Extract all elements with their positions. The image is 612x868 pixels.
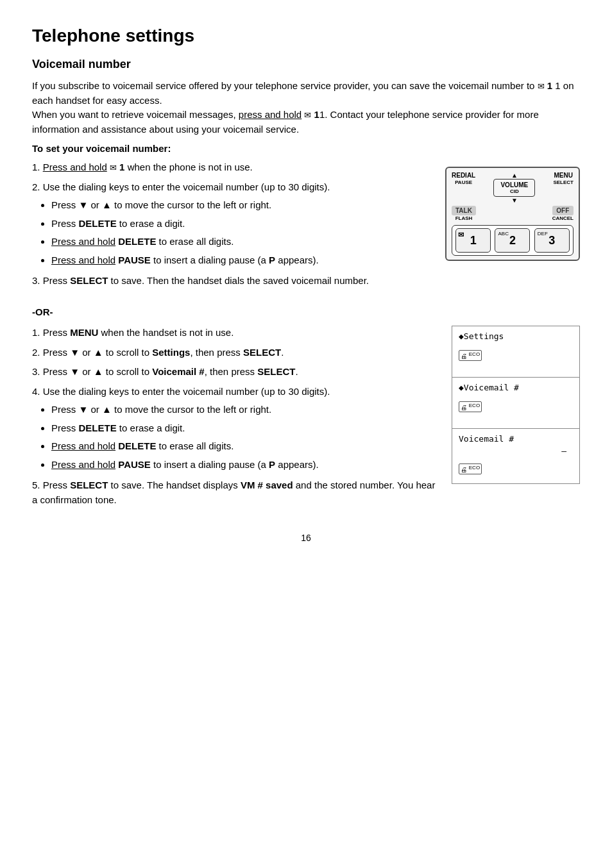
phone-keypad: ✉ 1 ABC 2 DEF 3 [452, 225, 574, 256]
key1-btn: ✉ 1 [455, 228, 491, 253]
step3-text: 3. Press SELECT to save. Then the handse… [32, 274, 432, 288]
phone-body: REDIAL PAUSE ▲ VOLUME CID ▼ MENU SELECT [445, 167, 580, 261]
step1-presshold: Press and hold [43, 162, 107, 172]
cid-label: CID [500, 188, 528, 194]
cancel-label: CANCEL [552, 215, 574, 221]
step2-3: 3. Press ▼ or ▲ to scroll to Voicemail #… [32, 365, 439, 380]
step3-pre: Press [43, 275, 71, 286]
bullet1-2: Press DELETE to erase a digit. [51, 217, 432, 231]
step1-bold: 1 [119, 162, 128, 172]
step2-2: 2. Press ▼ or ▲ to scroll to Settings, t… [32, 346, 439, 360]
part2-text: 1. Press MENU when the handset is not in… [32, 326, 439, 513]
redial-pause-btn: REDIAL PAUSE [452, 172, 475, 186]
mail-icon-inline2: ✉ [304, 110, 311, 120]
intro-bold1: 1 [547, 80, 556, 91]
step5-text: 5. Press SELECT to save. The handset dis… [32, 478, 439, 507]
redial-label: REDIAL [452, 172, 475, 179]
bullets-part2: Press ▼ or ▲ to move the cursor to the l… [32, 403, 439, 472]
screen2-eco-row: 🖨 ECO [459, 397, 573, 412]
part1-text: 1. Press and hold ✉ 1 when the phone is … [32, 160, 432, 295]
arrow-up: ▲ [511, 172, 518, 179]
step1: 1. Press and hold ✉ 1 when the phone is … [32, 160, 432, 175]
bullet1-1: Press ▼ or ▲ to move the cursor to the l… [51, 198, 432, 213]
screen-voicemail-menu: ◆Voicemail # 🖨 ECO [452, 378, 579, 429]
talk-flash-btn: TALK FLASH [452, 206, 476, 221]
intro-text1: If you subscribe to voicemail service of… [32, 80, 534, 91]
key3-btn: DEF 3 [534, 228, 570, 253]
screen1-arrow: ◆ [459, 331, 464, 341]
eco-icon-1: 🖨 ECO [459, 350, 482, 361]
off-cancel-btn: OFF CANCEL [552, 206, 574, 221]
menu-label: MENU [553, 172, 574, 179]
step2-text: Use the dialing keys to enter the voicem… [43, 181, 330, 192]
intro-text3: When you want to retrieve voicemail mess… [32, 109, 236, 120]
screen2-arrow: ◆ [459, 383, 464, 392]
pause-label: PAUSE [452, 179, 475, 186]
key1-num: 1 [470, 234, 477, 247]
bullet2-1: Press ▼ or ▲ to move the cursor to the l… [51, 403, 439, 417]
page-title: Telephone settings [32, 26, 580, 46]
step3-bold: SELECT [70, 275, 108, 286]
menu-select-btn: MENU SELECT [553, 172, 574, 186]
screen2-text: Voicemail # [464, 383, 519, 392]
screens-container: ◆Settings 🖨 ECO ◆Voicemail # 🖨 ECO Voice… [452, 326, 580, 484]
bullet2-3: Press and hold DELETE to erase all digit… [51, 439, 439, 454]
step1-mail: ✉ [110, 163, 117, 172]
eco-icon-2: 🖨 ECO [459, 401, 482, 412]
key3-num: 3 [548, 234, 555, 247]
step1-num: 1. [32, 162, 43, 172]
phone-top-row: REDIAL PAUSE ▲ VOLUME CID ▼ MENU SELECT [452, 172, 574, 204]
screen-settings: ◆Settings 🖨 ECO [452, 326, 579, 378]
screen1-line1: ◆Settings [459, 331, 573, 341]
phone-diagram: REDIAL PAUSE ▲ VOLUME CID ▼ MENU SELECT [445, 160, 580, 261]
key2-btn: ABC 2 [495, 228, 530, 253]
step3-num: 3. [32, 275, 43, 286]
set-voicemail-heading: To set your voicemail number: [32, 143, 580, 154]
off-label: OFF [552, 206, 574, 215]
intro-paragraph: If you subscribe to voicemail service of… [32, 79, 580, 137]
step2-num: 2. [32, 181, 43, 192]
section1-heading: Voicemail number [32, 58, 580, 71]
step1-text: when the phone is not in use. [128, 162, 253, 172]
flash-label: FLASH [452, 215, 476, 221]
screen3-line2: — [459, 446, 573, 456]
bullet1-3: Press and hold DELETE to erase all digit… [51, 235, 432, 249]
press-and-hold-inline: press and hold [239, 109, 302, 120]
step2-4: 4. Use the dialing keys to enter the voi… [32, 385, 439, 399]
arrow-down: ▼ [511, 197, 518, 204]
step2-1: 1. Press MENU when the handset is not in… [32, 326, 439, 340]
part2-section: 1. Press MENU when the handset is not in… [32, 326, 580, 513]
mail-icon-key1: ✉ [458, 231, 464, 239]
volume-block: VOLUME CID [493, 179, 535, 197]
bullets-part1: Press ▼ or ▲ to move the cursor to the l… [32, 198, 432, 267]
key2-num: 2 [509, 234, 516, 247]
center-nav: ▲ VOLUME CID ▼ [493, 172, 535, 204]
eco-icon-3: 🖨 ECO [459, 463, 482, 474]
talk-label: TALK [452, 206, 476, 215]
select-label: SELECT [553, 179, 574, 186]
mail-icon-inline1: ✉ [538, 81, 545, 91]
screen-voicemail-input: Voicemail # — 🖨 ECO [452, 429, 579, 483]
volume-label: VOLUME [500, 181, 528, 188]
step2: 2. Use the dialing keys to enter the voi… [32, 180, 432, 195]
bullet1-4: Press and hold PAUSE to insert a dialing… [51, 253, 432, 268]
phone-middle-row: TALK FLASH OFF CANCEL [452, 206, 574, 221]
step3-post: to save. Then the handset dials the save… [108, 275, 369, 286]
screens-diagram: ◆Settings 🖨 ECO ◆Voicemail # 🖨 ECO Voice… [452, 326, 580, 484]
screen1-eco-row: 🖨 ECO [459, 346, 573, 361]
screen2-line1: ◆Voicemail # [459, 383, 573, 392]
screen1-text: Settings [464, 331, 504, 341]
part1-section: 1. Press and hold ✉ 1 when the phone is … [32, 160, 580, 295]
key3-sup: DEF [538, 231, 548, 237]
intro-bold2: 1 [314, 109, 319, 120]
bullet2-2: Press DELETE to erase a digit. [51, 421, 439, 436]
screen3-eco-row: 🖨 ECO [459, 460, 573, 474]
or-divider: -OR- [32, 305, 580, 320]
page-number: 16 [32, 533, 580, 543]
key2-sup: ABC [498, 231, 508, 237]
bullet2-4: Press and hold PAUSE to insert a dialing… [51, 458, 439, 472]
screen3-line1: Voicemail # [459, 434, 573, 444]
